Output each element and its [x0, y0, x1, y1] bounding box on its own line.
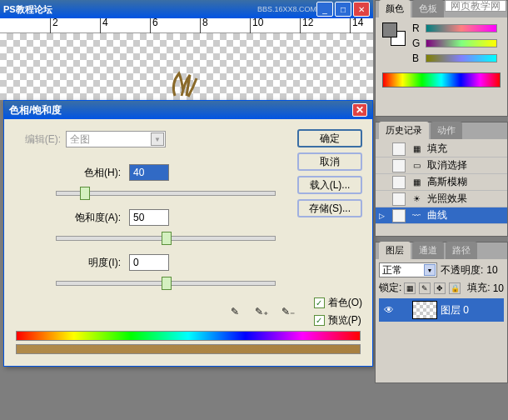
ruler-tick: 2 [50, 18, 58, 33]
dialog-titlebar[interactable]: 色相/饱和度 ✕ [4, 101, 372, 119]
fill-label: 填充: [467, 281, 490, 295]
b-label: B [412, 52, 422, 64]
g-label: G [412, 38, 422, 49]
layers-panel: 图层 通道 路径 正常 ▼ 不透明度: 10 锁定: ▦ ✎ ✥ 🔒 [375, 242, 508, 383]
ruler-tick: 10 [250, 18, 263, 33]
history-item[interactable]: ▦填充 [376, 141, 507, 158]
r-slider[interactable] [426, 24, 497, 32]
document-titlebar: PS教程论坛 BBS.16XX8.COM _ □ ✕ [0, 0, 373, 18]
cancel-button[interactable]: 取消 [297, 152, 362, 171]
canvas[interactable] [0, 33, 373, 100]
history-panel: 历史记录 动作 ▦填充 ▭取消选择 ▦高斯模糊 ☀光照效果 ▷〰曲线 [375, 122, 508, 237]
edit-select[interactable]: 全图 ▼ [66, 131, 166, 148]
history-item[interactable]: ☀光照效果 [376, 191, 507, 208]
color-panel: 颜色 色板 R G B [375, 0, 508, 117]
edit-select-value: 全图 [70, 132, 90, 147]
document-window: PS教程论坛 BBS.16XX8.COM _ □ ✕ 2 4 6 8 10 12… [0, 0, 373, 100]
hue-label: 色相(H): [14, 166, 121, 180]
hue-saturation-dialog: 色相/饱和度 ✕ 编辑(E): 全图 ▼ 色相(H): 40 饱和度(A): 5… [3, 100, 373, 367]
tab-swatches[interactable]: 色板 [412, 0, 444, 18]
close-button[interactable]: ✕ [353, 2, 370, 17]
tab-history[interactable]: 历史记录 [379, 122, 429, 139]
lock-all-icon[interactable]: 🔒 [449, 282, 461, 294]
layer-item[interactable]: 👁 图层 0 [379, 298, 504, 322]
history-item[interactable]: ▭取消选择 [376, 158, 507, 174]
eyedropper-plus-icon[interactable]: ✎₊ [254, 304, 269, 319]
foreground-color-swatch[interactable] [382, 22, 397, 38]
ruler-tick: 4 [100, 18, 108, 33]
history-item[interactable]: ▷〰曲线 [376, 208, 507, 224]
slider-thumb[interactable] [162, 277, 172, 290]
horizontal-ruler: 2 4 6 8 10 12 14 [0, 18, 373, 33]
g-slider[interactable] [426, 39, 497, 48]
layer-name[interactable]: 图层 0 [441, 303, 469, 318]
document-title: PS教程论坛 [3, 3, 252, 16]
slider-thumb[interactable] [162, 232, 172, 245]
ok-button[interactable]: 确定 [297, 129, 362, 148]
dialog-close-button[interactable]: ✕ [352, 103, 367, 117]
chevron-down-icon: ▼ [151, 132, 164, 146]
lightness-slider[interactable] [56, 281, 276, 286]
preview-checkbox[interactable]: ✓预览(P) [314, 313, 362, 328]
ruler-tick: 12 [300, 18, 313, 33]
hue-slider[interactable] [56, 191, 276, 196]
ruler-tick: 8 [200, 18, 208, 33]
tab-actions[interactable]: 动作 [431, 122, 462, 139]
save-button[interactable]: 存储(S)... [297, 199, 362, 218]
lock-pixels-icon[interactable]: ✎ [419, 282, 431, 294]
tab-color[interactable]: 颜色 [379, 0, 411, 18]
fill-value[interactable]: 10 [493, 282, 504, 294]
chevron-down-icon: ▼ [424, 264, 436, 276]
edit-label: 编辑(E): [14, 132, 61, 147]
result-bar [16, 344, 361, 354]
history-item[interactable]: ▦高斯模糊 [376, 174, 507, 191]
r-label: R [412, 22, 422, 34]
slider-thumb[interactable] [80, 187, 90, 200]
lock-transparency-icon[interactable]: ▦ [404, 282, 416, 294]
b-slider[interactable] [426, 54, 497, 62]
tab-channels[interactable]: 通道 [412, 242, 444, 259]
ruler-tick: 14 [350, 18, 363, 33]
load-button[interactable]: 载入(L)... [297, 176, 362, 194]
tab-layers[interactable]: 图层 [379, 242, 411, 259]
saturation-label: 饱和度(A): [14, 211, 121, 225]
visibility-icon[interactable]: 👁 [382, 303, 396, 317]
eyedropper-minus-icon[interactable]: ✎₋ [281, 304, 296, 319]
colorize-checkbox[interactable]: ✓着色(O) [314, 296, 362, 310]
maximize-button[interactable]: □ [335, 2, 351, 17]
layer-thumbnail[interactable] [412, 301, 437, 319]
minimize-button[interactable]: _ [316, 2, 333, 17]
lightness-label: 明度(I): [14, 256, 121, 270]
dialog-title: 色相/饱和度 [9, 103, 62, 118]
color-spectrum[interactable] [382, 72, 501, 88]
lock-label: 锁定: [379, 281, 401, 295]
hue-input[interactable]: 40 [129, 164, 169, 181]
blend-mode-select[interactable]: 正常 ▼ [379, 262, 437, 278]
spectrum-bar [16, 331, 361, 341]
canvas-artwork [167, 67, 200, 100]
lock-position-icon[interactable]: ✥ [434, 282, 446, 294]
ruler-tick: 6 [150, 18, 158, 33]
tab-paths[interactable]: 路径 [446, 242, 477, 259]
opacity-label: 不透明度: [441, 263, 483, 278]
saturation-input[interactable]: 50 [129, 209, 169, 226]
document-subtitle: BBS.16XX8.COM [257, 5, 316, 13]
color-swatches[interactable] [382, 22, 406, 46]
lightness-input[interactable]: 0 [129, 254, 169, 271]
saturation-slider[interactable] [56, 236, 276, 241]
watermark: 网页教学网 [445, 0, 506, 12]
eyedropper-icon[interactable]: ✎ [227, 304, 242, 319]
opacity-value[interactable]: 10 [486, 264, 497, 276]
